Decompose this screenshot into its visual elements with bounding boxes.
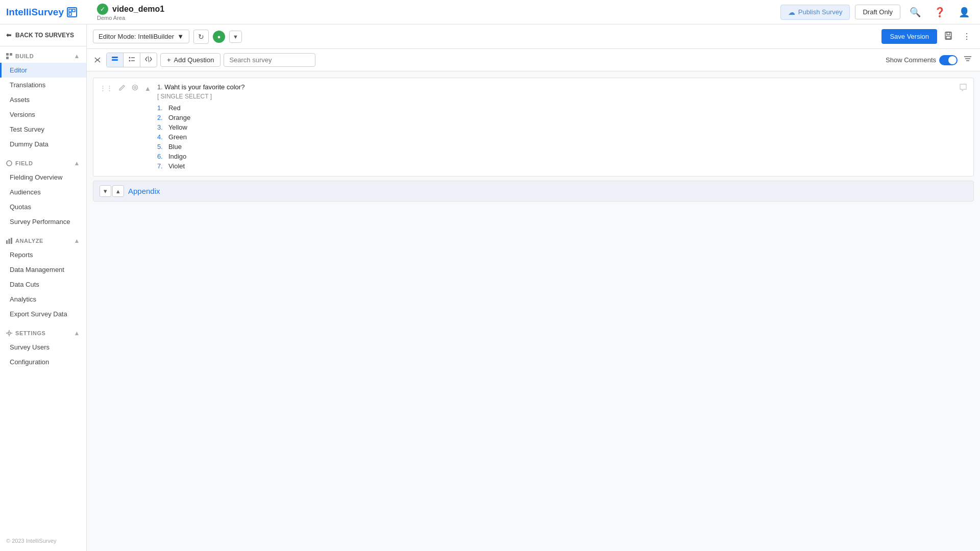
build-items: Editor Translations Assets Versions Test… — [0, 63, 86, 152]
help-icon-button[interactable]: ❓ — [930, 5, 949, 20]
answer-item-4: 4. Green — [157, 132, 955, 142]
filter-icon-button[interactable] — [961, 54, 975, 67]
appendix-title: Appendix — [128, 187, 160, 195]
field-items: Fielding Overview Audiences Quotas Surve… — [0, 170, 86, 229]
publish-label: Publish Survey — [798, 8, 843, 16]
answer-num-2: 2. — [157, 114, 165, 121]
show-comments-label: Show Comments — [886, 56, 936, 64]
field-label: FIELD — [6, 160, 33, 166]
search-survey-input[interactable] — [224, 53, 315, 67]
answer-num-1: 1. — [157, 104, 165, 112]
svg-rect-13 — [946, 36, 950, 39]
svg-rect-3 — [6, 53, 9, 56]
svg-rect-2 — [69, 13, 71, 15]
svg-point-6 — [7, 161, 12, 166]
sidebar-item-quotas[interactable]: Quotas — [0, 199, 86, 214]
draft-only-button[interactable]: Draft Only — [855, 5, 900, 19]
settings-label: SETTINGS — [6, 330, 45, 336]
analyze-section-header[interactable]: ANALYZE ▲ — [0, 236, 86, 247]
sidebar-item-assets[interactable]: Assets — [0, 92, 86, 107]
appendix-collapse-down-button[interactable]: ▾ — [100, 185, 111, 197]
svg-point-16 — [129, 57, 131, 59]
answer-item-3: 3. Yellow — [157, 122, 955, 132]
green-status-dot[interactable]: ● — [213, 31, 225, 43]
answer-item-5: 5. Blue — [157, 142, 955, 152]
svg-point-10 — [8, 332, 11, 335]
analyze-section: ANALYZE ▲ Reports Data Management Data C… — [0, 231, 86, 323]
question-row-1: ⋮⋮ ▲ 1. Waht is your — [93, 78, 973, 176]
sidebar-item-survey-performance[interactable]: Survey Performance — [0, 214, 86, 229]
collapse-question-button[interactable]: ▲ — [142, 84, 153, 93]
add-question-button[interactable]: + Add Question — [160, 53, 220, 67]
sidebar-item-dummy-data[interactable]: Dummy Data — [0, 137, 86, 152]
answer-item-6: 6. Indigo — [157, 152, 955, 161]
editor-mode-chevron-icon: ▼ — [177, 33, 184, 40]
editor-mode-button[interactable]: Editor Mode: IntelliBuilder ▼ — [93, 30, 189, 43]
sidebar-item-data-cuts[interactable]: Data Cuts — [0, 277, 86, 292]
refresh-button[interactable]: ↻ — [193, 30, 209, 44]
settings-collapse-icon: ▲ — [74, 330, 80, 337]
question-toolbar: + Add Question Show Comments — [87, 49, 980, 71]
more-options-button[interactable]: ⋮ — [960, 30, 974, 43]
drag-handle-icon[interactable]: ⋮⋮ — [100, 84, 113, 92]
side-comment-icon[interactable] — [959, 83, 967, 93]
build-section-header[interactable]: BUILD ▲ — [0, 52, 86, 63]
save-version-button[interactable]: Save Version — [881, 29, 937, 44]
account-icon-button[interactable]: 👤 — [954, 5, 974, 20]
save-icon-button[interactable] — [941, 30, 955, 44]
wysiwyg-view-button[interactable] — [107, 53, 123, 67]
survey-info: ✓ video_demo1 Demo Area — [97, 4, 164, 21]
build-label: BUILD — [6, 53, 34, 59]
edit-question-button[interactable] — [117, 83, 128, 93]
view-mode-group — [106, 53, 157, 67]
collapse-all-button[interactable] — [92, 54, 103, 67]
logo-icon — [67, 7, 77, 17]
sidebar-item-reports[interactable]: Reports — [0, 247, 86, 262]
sidebar-item-audiences[interactable]: Audiences — [0, 185, 86, 199]
sidebar-item-versions[interactable]: Versions — [0, 107, 86, 122]
outline-view-button[interactable] — [124, 53, 140, 67]
publish-button[interactable]: ☁ Publish Survey — [780, 5, 850, 20]
svg-rect-7 — [6, 240, 8, 244]
settings-section: SETTINGS ▲ Survey Users Configuration — [0, 323, 86, 371]
answer-item-2: 2. Orange — [157, 113, 955, 122]
main-layout: ⬅ BACK TO SURVEYS BUILD ▲ Editor Transla… — [0, 24, 980, 551]
question-settings-button[interactable] — [130, 83, 140, 93]
svg-rect-0 — [69, 9, 71, 12]
add-question-label: Add Question — [174, 56, 214, 64]
show-comments-toggle[interactable] — [939, 55, 958, 65]
back-to-surveys-button[interactable]: ⬅ BACK TO SURVEYS — [0, 24, 86, 46]
back-to-surveys-label: BACK TO SURVEYS — [15, 32, 74, 39]
answer-text-3: Yellow — [168, 123, 187, 131]
cloud-icon: ☁ — [788, 8, 795, 16]
sidebar-item-test-survey[interactable]: Test Survey — [0, 122, 86, 137]
sidebar-item-configuration[interactable]: Configuration — [0, 355, 86, 369]
answer-item-7: 7. Violet — [157, 161, 955, 171]
toggle-knob — [948, 56, 957, 64]
code-view-button[interactable] — [140, 53, 157, 67]
expand-dropdown-button[interactable]: ▼ — [229, 31, 242, 43]
field-section-header[interactable]: FIELD ▲ — [0, 159, 86, 170]
svg-point-18 — [129, 60, 131, 62]
svg-rect-5 — [6, 57, 9, 59]
search-icon-button[interactable]: 🔍 — [905, 5, 925, 20]
sidebar-item-translations[interactable]: Translations — [0, 78, 86, 92]
survey-area: Demo Area — [97, 15, 164, 21]
svg-rect-8 — [9, 239, 10, 244]
survey-editor: ⋮⋮ ▲ 1. Waht is your — [87, 71, 980, 551]
sidebar-item-data-management[interactable]: Data Management — [0, 262, 86, 277]
survey-status-icon: ✓ — [97, 4, 108, 15]
answer-num-3: 3. — [157, 123, 165, 131]
settings-section-header[interactable]: SETTINGS ▲ — [0, 329, 86, 340]
sidebar-item-survey-users[interactable]: Survey Users — [0, 340, 86, 355]
appendix-collapse-up-button[interactable]: ▴ — [112, 185, 124, 197]
sidebar-item-export-survey-data[interactable]: Export Survey Data — [0, 307, 86, 321]
answer-item-1: 1. Red — [157, 103, 955, 113]
svg-rect-1 — [72, 9, 75, 12]
sidebar-item-editor[interactable]: Editor — [0, 63, 86, 78]
sidebar-item-analytics[interactable]: Analytics — [0, 292, 86, 307]
sidebar-item-fielding-overview[interactable]: Fielding Overview — [0, 170, 86, 185]
answer-num-6: 6. — [157, 153, 165, 160]
question-type-1: [ SINGLE SELECT ] — [157, 93, 955, 100]
editor-mode-label: Editor Mode: IntelliBuilder — [99, 33, 174, 40]
